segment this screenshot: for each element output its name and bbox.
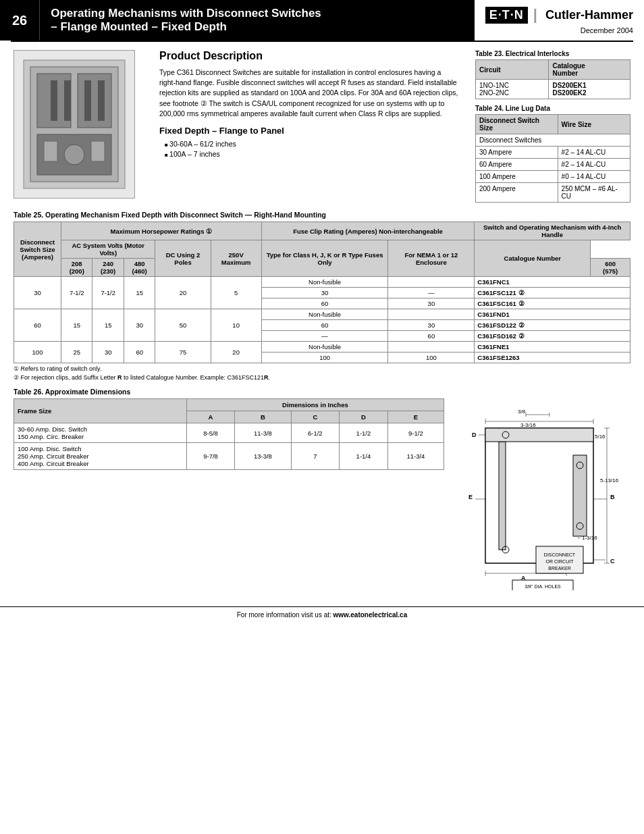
product-image-area [14, 50, 149, 203]
disconnect-text-1: DISCONNECT [544, 552, 576, 557]
page-header: 26 Operating Mechanisms with Disconnect … [0, 0, 644, 41]
table26: Frame Size Dimensions in Inches A B C D … [14, 398, 444, 470]
disconnect-text-2: OR CIRCUIT [546, 559, 574, 564]
footer-text: For more information visit us at: [237, 611, 333, 619]
svg-rect-15 [485, 428, 593, 442]
table24-col-wire: Wire Size [558, 115, 630, 134]
table24-col-size: Disconnect Switch Size [476, 115, 558, 134]
svg-rect-5 [51, 80, 57, 121]
th-fuse: Fuse Clip Rating (Amperes) Non-interchan… [261, 222, 475, 240]
fixed-depth-bullets: 30-60A – 61/2 inches 100A – 7 inches [159, 140, 459, 158]
svg-rect-13 [499, 442, 506, 550]
th-switch: Switch and Operating Mechanism with 4-In… [475, 222, 630, 240]
table26-area: Table 26. Approximate Dimensions Frame S… [14, 388, 444, 590]
footnote-1: ① Refers to rating of switch only. [14, 365, 630, 372]
footer: For more information visit us at: www.ea… [0, 606, 644, 623]
svg-point-9 [64, 145, 84, 165]
cutler-hammer-label: Cutler-Hammer [545, 8, 633, 22]
svg-rect-14 [573, 455, 587, 536]
header-date: December 2004 [581, 26, 633, 34]
dim-3-3-16-label: 3-3/16 [520, 422, 536, 428]
table25: Disconnect Switch Size (Amperes) Maximum… [14, 221, 630, 363]
th-d: D [340, 411, 388, 423]
brand-area: E·T·N | Cutler-Hammer December 2004 [475, 0, 644, 41]
table23-col-circuit: Circuit [476, 60, 549, 80]
th-dim-span: Dimensions in Inches [186, 399, 444, 411]
e-label: E [468, 494, 473, 500]
th-600: 600(575) [591, 259, 630, 277]
eaton-icon: E·T·N [485, 7, 528, 24]
table23-title: Table 23. Electrical Interlocks [475, 50, 630, 57]
d-label: D [472, 432, 477, 438]
product-description: Product Description Type C361 Disconnect… [159, 50, 464, 203]
disconnect-text-3: BREAKER [548, 566, 570, 571]
bottom-section: Table 26. Approximate Dimensions Frame S… [14, 388, 630, 590]
th-frame: Frame Size [14, 399, 187, 423]
table-row: Disconnect Switches [476, 134, 630, 147]
th-b: B [235, 411, 291, 423]
footnote-2: ② For rejection clips, add Suffix Letter… [14, 374, 630, 381]
th-250v: 250V Maximum [211, 240, 261, 277]
main-content: Product Description Type C361 Disconnect… [0, 42, 644, 596]
svg-rect-7 [84, 80, 91, 121]
bullet-2: 100A – 7 inches [165, 150, 459, 158]
product-image [14, 50, 135, 199]
table23: Circuit CatalogueNumber 1NO-1NC2NO-2NC D… [475, 59, 630, 99]
table25-title: Table 25. Operating Mechanism Fixed Dept… [14, 211, 630, 219]
circuit-cell: 1NO-1NC2NO-2NC [476, 80, 549, 99]
page-title: Operating Mechanisms with Disconnect Swi… [39, 0, 475, 41]
table-row: 100 25 30 60 75 20 Non-fusible C361FNE1 [14, 342, 630, 353]
table-row: 30-60 Amp. Disc. Switch150 Amp. Circ. Br… [14, 423, 444, 443]
svg-rect-3 [78, 74, 111, 128]
svg-rect-11 [91, 141, 105, 161]
th-a: A [186, 411, 235, 423]
dimension-diagram: 3/8 3-3/16 5/16 D E B [455, 388, 630, 590]
table-row: 100 Ampere #0 – 14 AL-CU [476, 171, 630, 183]
table24-title: Table 24. Line Lug Data [475, 105, 630, 112]
b-label: B [610, 494, 615, 500]
table-row: 200 Ampere 250 MCM – #6 AL-CU [476, 183, 630, 203]
th-ac: AC System Volts (Motor Volts) [61, 240, 155, 259]
product-desc-title: Product Description [159, 50, 459, 62]
table-row: 60 Ampere #2 – 14 AL-CU [476, 159, 630, 171]
eaton-logo: E·T·N | Cutler-Hammer [485, 6, 633, 24]
c-label: C [610, 558, 615, 565]
svg-rect-8 [98, 80, 105, 121]
th-e: E [387, 411, 444, 423]
table24: Disconnect Switch Size Wire Size Disconn… [475, 114, 630, 203]
catalogue-cell: DS200EK1DS200EK2 [549, 80, 630, 99]
right-tables: Table 23. Electrical Interlocks Circuit … [475, 50, 630, 203]
page-number: 26 [0, 0, 39, 41]
th-480: 480(460) [124, 259, 155, 277]
table25-section: Table 25. Operating Mechanism Fixed Dept… [14, 211, 630, 381]
table-row: 30 7-1/2 7-1/2 15 20 5 Non-fusible C361F… [14, 277, 630, 288]
svg-rect-6 [64, 80, 71, 121]
fixed-depth-title: Fixed Depth – Flange to Panel [159, 126, 459, 136]
footer-url[interactable]: www.eatonelectrical.ca [333, 611, 408, 619]
table26-title: Table 26. Approximate Dimensions [14, 388, 444, 396]
table-row: 100 Amp. Disc. Switch250 Amp. Circuit Br… [14, 443, 444, 470]
th-hp: Maximum Horsepower Ratings ① [61, 222, 262, 240]
disc-switches-label: Disconnect Switches [476, 134, 630, 147]
table-row: 1NO-1NC2NO-2NC DS200EK1DS200EK2 [476, 80, 630, 99]
bullet-1: 30-60A – 61/2 inches [165, 140, 459, 148]
dim-38-label: 3/8 [518, 409, 526, 415]
dim-5-16-label: 5/16 [595, 434, 606, 440]
product-desc-text: Type C361 Disconnect Switches are suitab… [159, 68, 459, 119]
table-row: 30 Ampere #2 – 14 AL-CU [476, 147, 630, 159]
th-dc: DC Using 2 Poles [155, 240, 211, 277]
panel-text-1: 3/8" DIA. HOLES [525, 584, 561, 589]
dim-1-3-16: ←1-3/16 [576, 535, 597, 541]
th-208: 208(200) [61, 259, 92, 277]
th-cat: Catalogue Number [475, 240, 591, 277]
th-amp: Disconnect Switch Size (Amperes) [14, 222, 61, 277]
dim-5-13-16: 5-13/16 [600, 477, 619, 484]
th-c: C [291, 411, 340, 423]
th-nema: For NEMA 1 or 12 Enclosure [388, 240, 475, 277]
table-row: 60 15 15 30 50 10 Non-fusible C361FND1 [14, 309, 630, 320]
th-240: 240(230) [92, 259, 124, 277]
top-section: Product Description Type C361 Disconnect… [14, 50, 630, 203]
th-type: Type for Class H, J, K or R Type Fuses O… [261, 240, 388, 277]
table23-col-catalogue: CatalogueNumber [549, 60, 630, 80]
svg-rect-10 [44, 141, 57, 161]
